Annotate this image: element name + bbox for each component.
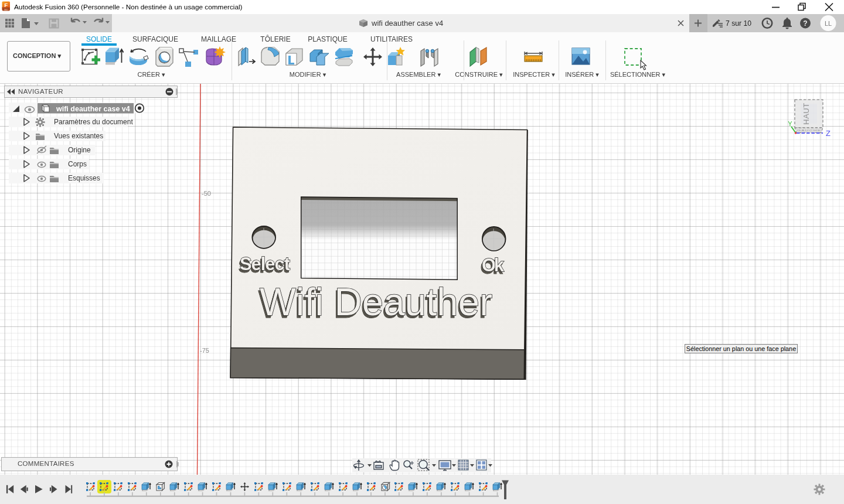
svg-text:Y: Y bbox=[788, 120, 792, 127]
svg-text:HAUT: HAUT bbox=[802, 103, 811, 124]
svg-text:F: F bbox=[4, 2, 8, 8]
svg-text:LL: LL bbox=[825, 20, 832, 27]
svg-text:GAUCHE: GAUCHE bbox=[797, 129, 821, 132]
svg-text:Wifi Deauther: Wifi Deauther bbox=[260, 280, 492, 323]
svg-text:?: ? bbox=[803, 19, 807, 28]
svg-text:Select: Select bbox=[240, 254, 290, 274]
svg-text:Ok: Ok bbox=[482, 255, 505, 275]
svg-text:wifi deauther case v4: wifi deauther case v4 bbox=[56, 105, 130, 113]
svg-text:Z: Z bbox=[826, 129, 831, 138]
svg-text:360: 360 bbox=[4, 8, 9, 11]
